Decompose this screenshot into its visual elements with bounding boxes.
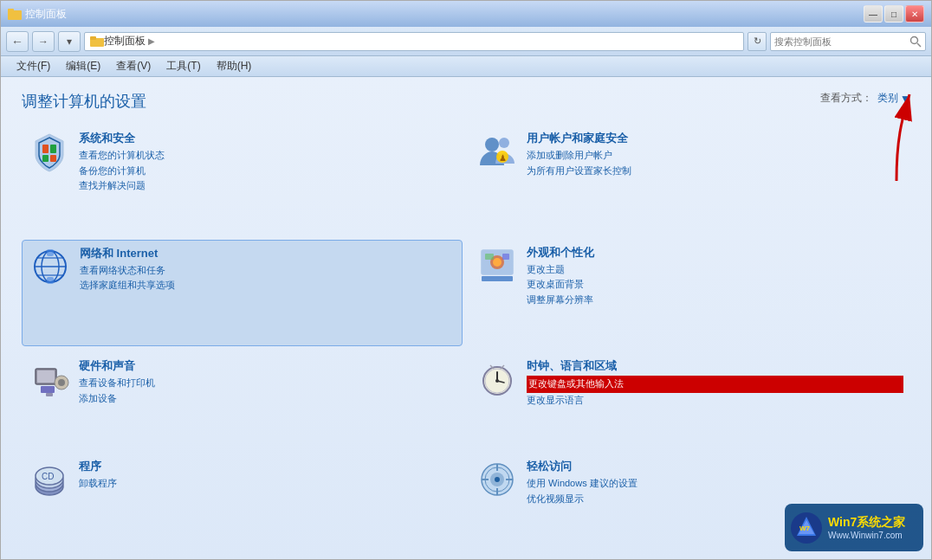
icon-hardware bbox=[29, 358, 70, 400]
content-header: 调整计算机的设置 查看方式： 类别 ▼ bbox=[1, 77, 931, 119]
panel-title-clock[interactable]: 时钟、语言和区域 bbox=[527, 358, 903, 374]
panel-appearance[interactable]: 外观和个性化 更改主题 更改桌面背景 调整屏幕分辨率 bbox=[469, 240, 910, 347]
svg-point-30 bbox=[58, 379, 65, 386]
address-folder-icon bbox=[90, 35, 104, 48]
icon-programs: CD bbox=[29, 459, 70, 500]
menu-edit[interactable]: 编辑(E) bbox=[59, 57, 107, 75]
panel-hardware[interactable]: 硬件和声音 查看设备和打印机 添加设备 bbox=[22, 353, 463, 447]
title-bar-left: 控制面板 bbox=[8, 7, 67, 22]
watermark: W7 Win7系统之家 Www.Winwin7.com bbox=[785, 504, 923, 551]
svg-rect-3 bbox=[90, 36, 96, 40]
title-text: 控制面板 bbox=[25, 7, 67, 22]
svg-rect-26 bbox=[502, 254, 509, 260]
view-mode-button[interactable]: 类别 ▼ bbox=[877, 91, 910, 106]
panel-link-system-1[interactable]: 备份您的计算机 bbox=[79, 164, 456, 179]
svg-text:W7: W7 bbox=[799, 525, 811, 532]
panel-text-clock: 时钟、语言和区域 更改键盘或其他输入法 更改显示语言 bbox=[527, 358, 903, 408]
svg-point-37 bbox=[495, 379, 499, 383]
panel-link-clock-0[interactable]: 更改键盘或其他输入法 bbox=[527, 376, 903, 393]
address-bar: ← → ▾ 控制面板 ▶ ↻ bbox=[1, 27, 931, 56]
panel-title-hardware[interactable]: 硬件和声音 bbox=[79, 358, 456, 374]
watermark-text: Win7系统之家 Www.Winwin7.com bbox=[828, 515, 905, 540]
panel-link-accessibility-0[interactable]: 使用 Windows 建议的设置 bbox=[527, 476, 903, 492]
menu-view[interactable]: 查看(V) bbox=[109, 57, 158, 75]
panel-system-security[interactable]: 系统和安全 查看您的计算机状态 备份您的计算机 查找并解决问题 bbox=[22, 126, 463, 233]
panel-link-system-0[interactable]: 查看您的计算机状态 bbox=[79, 148, 456, 164]
svg-point-24 bbox=[493, 258, 502, 267]
menu-file[interactable]: 文件(F) bbox=[10, 57, 57, 75]
panel-link-users-1[interactable]: 为所有用户设置家长控制 bbox=[527, 164, 903, 179]
view-mode-arrow: ▼ bbox=[900, 93, 910, 105]
main-window: 控制面板 — □ ✕ ← → ▾ 控制面板 ▶ ↻ bbox=[0, 0, 932, 560]
panel-user-accounts[interactable]: ♟ 用户帐户和家庭安全 添加或删除用户帐户 为所有用户设置家长控制 bbox=[469, 126, 910, 233]
minimize-button[interactable]: — bbox=[864, 5, 883, 23]
panel-network[interactable]: 网络和 Internet 查看网络状态和任务 选择家庭组和共享选项 bbox=[22, 240, 463, 347]
svg-rect-1 bbox=[8, 9, 14, 12]
panel-text-hardware: 硬件和声音 查看设备和打印机 添加设备 bbox=[79, 358, 456, 406]
panel-link-appearance-0[interactable]: 更改主题 bbox=[527, 262, 903, 278]
panel-link-network-0[interactable]: 查看网络状态和任务 bbox=[80, 263, 455, 279]
panel-clock[interactable]: 时钟、语言和区域 更改键盘或其他输入法 更改显示语言 bbox=[469, 353, 910, 447]
svg-point-48 bbox=[495, 477, 500, 482]
svg-rect-32 bbox=[46, 393, 53, 396]
address-bar-input[interactable]: 控制面板 ▶ bbox=[84, 32, 744, 51]
watermark-logo: W7 bbox=[790, 512, 823, 544]
icon-accessibility bbox=[476, 459, 518, 500]
panel-programs[interactable]: CD 程序 卸载程序 bbox=[22, 454, 463, 545]
folder-icon bbox=[8, 7, 22, 21]
panel-text-appearance: 外观和个性化 更改主题 更改桌面背景 调整屏幕分辨率 bbox=[527, 245, 903, 308]
panel-link-programs-0[interactable]: 卸载程序 bbox=[79, 476, 456, 492]
icon-clock bbox=[476, 358, 518, 400]
panel-link-hardware-1[interactable]: 添加设备 bbox=[79, 391, 456, 407]
relative-wrapper: 调整计算机的设置 查看方式： 类别 ▼ bbox=[1, 77, 931, 559]
panel-text-accessibility: 轻松访问 使用 Windows 建议的设置 优化视频显示 bbox=[527, 459, 903, 506]
panel-title-users[interactable]: 用户帐户和家庭安全 bbox=[527, 131, 903, 146]
recent-button[interactable]: ▾ bbox=[58, 31, 81, 52]
panel-text-programs: 程序 卸载程序 bbox=[79, 459, 456, 492]
panel-text-users: 用户帐户和家庭安全 添加或删除用户帐户 为所有用户设置家长控制 bbox=[527, 131, 903, 178]
panel-link-users-0[interactable]: 添加或删除用户帐户 bbox=[527, 148, 903, 164]
icon-appearance bbox=[476, 245, 518, 286]
close-button[interactable]: ✕ bbox=[905, 5, 924, 23]
svg-rect-9 bbox=[50, 155, 56, 162]
svg-rect-19 bbox=[47, 249, 54, 256]
panel-text-network: 网络和 Internet 查看网络状态和任务 选择家庭组和共享选项 bbox=[80, 246, 455, 293]
panel-text-system: 系统和安全 查看您的计算机状态 备份您的计算机 查找并解决问题 bbox=[79, 131, 456, 194]
svg-text:♟: ♟ bbox=[499, 153, 507, 163]
search-icon bbox=[909, 35, 922, 48]
back-button[interactable]: ← bbox=[6, 31, 29, 52]
svg-rect-31 bbox=[41, 386, 55, 393]
title-bar-controls: — □ ✕ bbox=[864, 5, 924, 23]
svg-point-4 bbox=[911, 36, 918, 43]
panel-title-appearance[interactable]: 外观和个性化 bbox=[527, 245, 903, 261]
page-title: 调整计算机的设置 bbox=[22, 91, 146, 112]
search-container bbox=[770, 32, 926, 51]
panel-link-system-2[interactable]: 查找并解决问题 bbox=[79, 178, 456, 194]
maximize-button[interactable]: □ bbox=[884, 5, 903, 23]
path-separator: ▶ bbox=[148, 36, 155, 46]
svg-rect-6 bbox=[42, 145, 49, 153]
panel-title-programs[interactable]: 程序 bbox=[79, 459, 456, 474]
content-area: 调整计算机的设置 查看方式： 类别 ▼ bbox=[1, 77, 931, 559]
panel-link-hardware-0[interactable]: 查看设备和打印机 bbox=[79, 376, 456, 391]
title-bar: 控制面板 — □ ✕ bbox=[1, 1, 931, 27]
panel-title-network[interactable]: 网络和 Internet bbox=[80, 246, 455, 261]
svg-point-11 bbox=[499, 138, 509, 148]
menu-bar: 文件(F) 编辑(E) 查看(V) 工具(T) 帮助(H) bbox=[1, 56, 931, 77]
panel-title-accessibility[interactable]: 轻松访问 bbox=[527, 459, 903, 474]
svg-rect-28 bbox=[37, 370, 55, 383]
panel-link-clock-1[interactable]: 更改显示语言 bbox=[527, 393, 903, 409]
address-path: 控制面板 bbox=[104, 34, 146, 48]
svg-text:CD: CD bbox=[42, 472, 54, 481]
panel-link-appearance-1[interactable]: 更改桌面背景 bbox=[527, 277, 903, 293]
menu-tools[interactable]: 工具(T) bbox=[159, 57, 207, 75]
forward-button[interactable]: → bbox=[32, 31, 55, 52]
panel-link-appearance-2[interactable]: 调整屏幕分辨率 bbox=[527, 293, 903, 308]
panel-link-network-1[interactable]: 选择家庭组和共享选项 bbox=[80, 278, 455, 293]
panel-title-system[interactable]: 系统和安全 bbox=[79, 131, 456, 146]
search-input[interactable] bbox=[774, 36, 906, 47]
icon-user-accounts: ♟ bbox=[476, 131, 518, 172]
menu-help[interactable]: 帮助(H) bbox=[210, 57, 259, 75]
svg-rect-7 bbox=[50, 145, 56, 153]
refresh-button[interactable]: ↻ bbox=[748, 32, 767, 51]
